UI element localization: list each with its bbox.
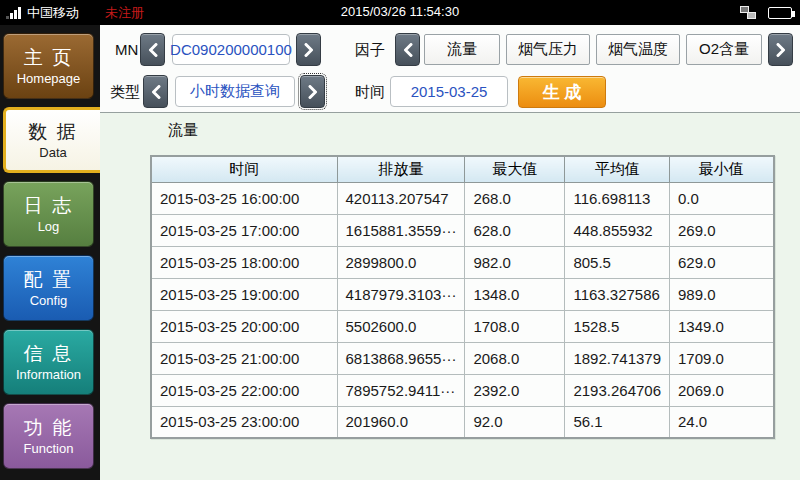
sidebar-item-information[interactable]: 信 息 Information xyxy=(3,329,94,395)
sidebar-item-data[interactable]: 数 据 Data xyxy=(3,107,100,173)
table-header-cell: 最小值 xyxy=(670,156,774,182)
signal-strength-icon xyxy=(6,6,21,19)
table-cell: 982.0 xyxy=(465,246,565,278)
table-cell: 2015-03-25 17:00:00 xyxy=(151,214,337,246)
table-header-cell: 平均值 xyxy=(565,156,670,182)
sidebar-item-log[interactable]: 日 志 Log xyxy=(3,181,94,247)
statusbar-datetime: 2015/03/26 11:54:30 xyxy=(341,4,459,19)
data-table: 时间排放量最大值平均值最小值 2015-03-25 16:00:00420113… xyxy=(150,155,775,439)
table-row[interactable]: 2015-03-25 16:00:00420113.207547268.0116… xyxy=(151,182,774,214)
table-row[interactable]: 2015-03-25 18:00:002899800.0982.0805.562… xyxy=(151,246,774,278)
table-cell: 2069.0 xyxy=(670,374,774,406)
table-cell: 1349.0 xyxy=(670,310,774,342)
chevron-right-icon xyxy=(776,43,786,57)
data-table-body: 2015-03-25 16:00:00420113.207547268.0116… xyxy=(151,182,774,438)
table-row[interactable]: 2015-03-25 17:00:001615881.3559···628.04… xyxy=(151,214,774,246)
nav-label-en: Function xyxy=(24,440,74,457)
status-bar: 中国移动 未注册 2015/03/26 11:54:30 xyxy=(0,0,800,25)
nav-label-en: Homepage xyxy=(17,70,81,87)
table-cell: 629.0 xyxy=(670,246,774,278)
mn-value-field[interactable]: DC090200000100 xyxy=(172,34,290,65)
table-cell: 2068.0 xyxy=(465,342,565,374)
nav-label-zh: 主 页 xyxy=(24,46,73,70)
table-cell: 1708.0 xyxy=(465,310,565,342)
table-cell: 805.5 xyxy=(565,246,670,278)
factor-button-flue-temperature[interactable]: 烟气温度 xyxy=(596,34,680,65)
table-row[interactable]: 2015-03-25 22:00:007895752.9411···2392.0… xyxy=(151,374,774,406)
factor-next-button[interactable] xyxy=(768,33,793,66)
table-header-cell: 时间 xyxy=(151,156,337,182)
table-cell: 2015-03-25 20:00:00 xyxy=(151,310,337,342)
sidebar-item-homepage[interactable]: 主 页 Homepage xyxy=(3,33,94,99)
table-cell: 628.0 xyxy=(465,214,565,246)
factor-prev-button[interactable] xyxy=(395,33,420,66)
nav-label-zh: 功 能 xyxy=(24,416,73,440)
table-cell: 1615881.3559··· xyxy=(337,214,465,246)
table-row[interactable]: 2015-03-25 20:00:005502600.01708.01528.5… xyxy=(151,310,774,342)
table-row[interactable]: 2015-03-25 23:00:00201960.092.056.124.0 xyxy=(151,406,774,438)
nav-label-zh: 信 息 xyxy=(24,342,73,366)
device-screen: 中国移动 未注册 2015/03/26 11:54:30 主 页 Homepag… xyxy=(0,0,800,480)
nav-label-zh: 日 志 xyxy=(24,194,73,218)
type-next-button[interactable] xyxy=(300,75,325,108)
table-cell: 1892.741379 xyxy=(565,342,670,374)
table-cell: 448.855932 xyxy=(565,214,670,246)
table-cell: 1163.327586 xyxy=(565,278,670,310)
factor-button-o2-content[interactable]: O2含量 xyxy=(686,34,762,65)
type-prev-button[interactable] xyxy=(143,75,168,108)
nav-label-en: Data xyxy=(39,144,66,161)
table-header-cell: 最大值 xyxy=(465,156,565,182)
table-cell: 116.698113 xyxy=(565,182,670,214)
mn-next-button[interactable] xyxy=(296,33,321,66)
factor-label: 因子 xyxy=(355,41,385,60)
register-status: 未注册 xyxy=(105,4,144,22)
sidebar-item-config[interactable]: 配 置 Config xyxy=(3,255,94,321)
table-cell: 2392.0 xyxy=(465,374,565,406)
table-cell: 268.0 xyxy=(465,182,565,214)
table-row[interactable]: 2015-03-25 21:00:006813868.9655···2068.0… xyxy=(151,342,774,374)
table-cell: 6813868.9655··· xyxy=(337,342,465,374)
nav-label-zh: 配 置 xyxy=(24,268,73,292)
table-cell: 989.0 xyxy=(670,278,774,310)
time-value-field[interactable]: 2015-03-25 xyxy=(390,76,508,107)
table-cell: 1348.0 xyxy=(465,278,565,310)
factor-button-flue-pressure[interactable]: 烟气压力 xyxy=(506,34,590,65)
mn-label: MN xyxy=(115,41,138,58)
section-title: 流量 xyxy=(168,121,198,140)
chevron-left-icon xyxy=(151,85,161,99)
sidebar-item-function[interactable]: 功 能 Function xyxy=(3,403,94,469)
nav-label-zh: 数 据 xyxy=(28,120,77,144)
table-header-row: 时间排放量最大值平均值最小值 xyxy=(151,156,774,182)
battery-icon xyxy=(768,7,792,19)
table-row[interactable]: 2015-03-25 19:00:004187979.3103···1348.0… xyxy=(151,278,774,310)
table-cell: 92.0 xyxy=(465,406,565,438)
carrier-label: 中国移动 xyxy=(27,4,79,22)
table-cell: 7895752.9411··· xyxy=(337,374,465,406)
table-cell: 5502600.0 xyxy=(337,310,465,342)
chevron-right-icon xyxy=(308,85,318,99)
table-cell: 2015-03-25 16:00:00 xyxy=(151,182,337,214)
chevron-left-icon xyxy=(403,43,413,57)
chevron-left-icon xyxy=(148,43,158,57)
table-cell: 2015-03-25 18:00:00 xyxy=(151,246,337,278)
table-header-cell: 排放量 xyxy=(337,156,465,182)
nav-label-en: Log xyxy=(38,218,60,235)
nav-label-en: Information xyxy=(16,366,81,383)
sidebar-nav: 主 页 Homepage 数 据 Data 日 志 Log 配 置 Config… xyxy=(0,25,100,480)
type-label: 类型 xyxy=(110,83,140,102)
table-cell: 2015-03-25 23:00:00 xyxy=(151,406,337,438)
query-form: MN DC090200000100 因子 流量 烟气压力 烟气温度 O2含量 xyxy=(100,25,800,113)
table-cell: 24.0 xyxy=(670,406,774,438)
factor-button-flow[interactable]: 流量 xyxy=(424,34,500,65)
table-cell: 2015-03-25 19:00:00 xyxy=(151,278,337,310)
chevron-right-icon xyxy=(304,43,314,57)
table-cell: 2193.264706 xyxy=(565,374,670,406)
table-cell: 1528.5 xyxy=(565,310,670,342)
nav-label-en: Config xyxy=(30,292,68,309)
generate-button[interactable]: 生 成 xyxy=(518,76,606,108)
table-cell: 2015-03-25 21:00:00 xyxy=(151,342,337,374)
table-cell: 2015-03-25 22:00:00 xyxy=(151,374,337,406)
type-value-field[interactable]: 小时数据查询 xyxy=(175,76,295,107)
table-cell: 4187979.3103··· xyxy=(337,278,465,310)
mn-prev-button[interactable] xyxy=(140,33,165,66)
